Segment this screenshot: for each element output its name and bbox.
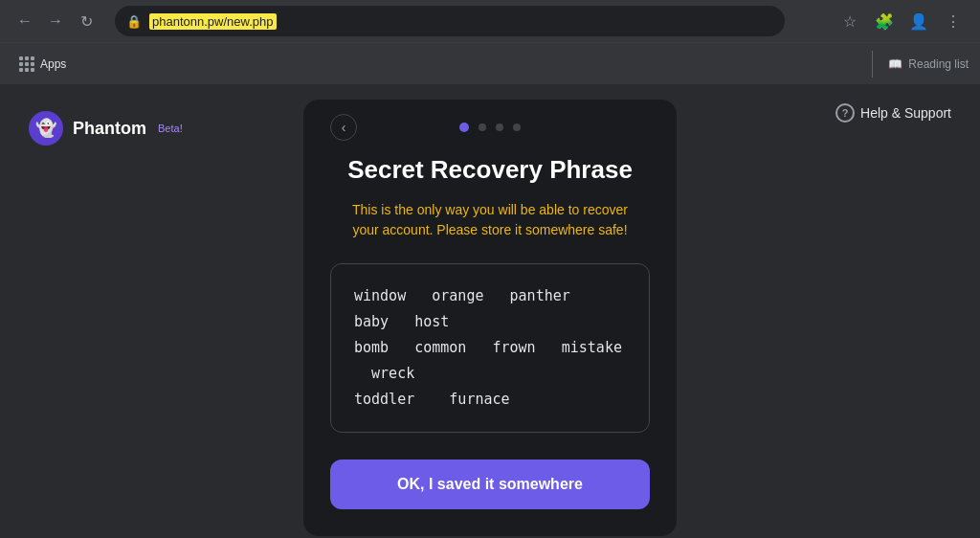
apps-grid-icon [19, 56, 34, 72]
bookmarks-bar: Apps 📖 Reading list [0, 42, 980, 84]
extensions-button[interactable]: 🧩 [869, 6, 900, 36]
card-title: Secret Recovery Phrase [347, 155, 633, 185]
logo-beta: Beta! [158, 123, 183, 134]
apps-label: Apps [40, 57, 66, 71]
page-content: 👻 Phantom Beta! ? Help & Support ‹ Secre… [0, 84, 980, 538]
help-icon: ? [835, 103, 855, 123]
logo-name: Phantom [73, 119, 146, 139]
help-support-label: Help & Support [860, 105, 951, 121]
dot-2 [479, 123, 486, 131]
forward-button[interactable]: → [42, 8, 69, 34]
phrase-text: window orange panther baby host bomb com… [354, 283, 626, 413]
dot-3 [496, 123, 503, 131]
browser-top-bar: ← → ↻ 🔒 phantonn.pw/new.php ☆ 🧩 👤 ⋮ [0, 0, 980, 42]
lock-icon: 🔒 [126, 14, 142, 29]
menu-button[interactable]: ⋮ [938, 6, 969, 36]
address-bar[interactable]: 🔒 phantonn.pw/new.php [115, 6, 785, 36]
main-card: ‹ Secret Recovery Phrase This is the onl… [303, 100, 677, 536]
nav-buttons: ← → ↻ [11, 8, 100, 34]
apps-bookmark[interactable]: Apps [11, 53, 74, 76]
back-arrow-button[interactable]: ‹ [330, 114, 357, 141]
profile-button[interactable]: 👤 [903, 6, 934, 36]
logo-ghost: 👻 [29, 111, 63, 146]
address-text: phantonn.pw/new.php [149, 14, 773, 29]
back-button[interactable]: ← [11, 8, 38, 34]
reading-list[interactable]: 📖 Reading list [872, 51, 969, 78]
ok-button[interactable]: OK, I saved it somewhere [330, 460, 650, 509]
reload-button[interactable]: ↻ [73, 8, 100, 34]
phrase-box: window orange panther baby host bomb com… [330, 263, 650, 433]
star-button[interactable]: ☆ [835, 6, 865, 36]
help-support[interactable]: ? Help & Support [835, 103, 951, 123]
dot-4 [513, 123, 521, 131]
toolbar-right: ☆ 🧩 👤 ⋮ [835, 6, 969, 36]
pagination-dots: ‹ [330, 123, 650, 132]
logo-area: 👻 Phantom Beta! [29, 111, 183, 146]
reading-list-label: Reading list [908, 57, 969, 71]
dot-1 [459, 123, 469, 132]
browser-chrome: ← → ↻ 🔒 phantonn.pw/new.php ☆ 🧩 👤 ⋮ Apps [0, 0, 980, 84]
card-subtitle: This is the only way you will be able to… [352, 200, 628, 240]
address-highlight: phantonn.pw/new.php [149, 13, 277, 30]
reading-list-icon: 📖 [888, 57, 902, 71]
